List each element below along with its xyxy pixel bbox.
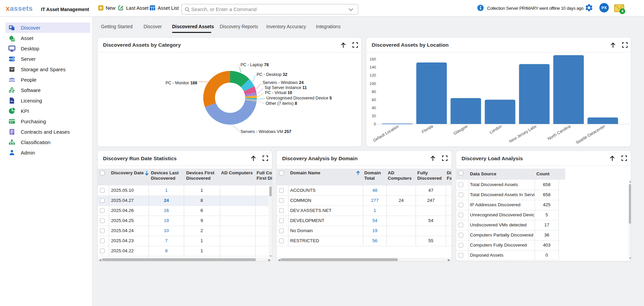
svg-text:60: 60 [372, 98, 376, 102]
svg-text:140: 140 [370, 65, 376, 69]
svg-text:20: 20 [372, 114, 376, 118]
svg-text:Default Location: Default Location [372, 124, 400, 143]
svg-text:PC - Desktop 32: PC - Desktop 32 [257, 72, 287, 77]
svg-text:Servers - Windows 24: Servers - Windows 24 [263, 80, 304, 85]
svg-text:London: London [489, 124, 503, 135]
svg-text:Unrecognised Discovered Device: Unrecognised Discovered Device 5 [266, 96, 332, 100]
svg-text:PC - Virtual 10: PC - Virtual 10 [265, 90, 292, 95]
svg-text:Seattle Datacenter: Seattle Datacenter [575, 124, 606, 145]
svg-text:0: 0 [374, 122, 376, 126]
svg-text:Servers - Windows VM 257: Servers - Windows VM 257 [240, 129, 291, 134]
svg-text:40: 40 [372, 106, 376, 110]
svg-text:100: 100 [370, 82, 376, 86]
svg-text:Glasgow: Glasgow [452, 124, 469, 136]
svg-text:New Jersey Labs: New Jersey Labs [508, 124, 537, 144]
svg-text:North Carolina: North Carolina [547, 124, 572, 141]
svg-text:Sql Server Instance 11: Sql Server Instance 11 [265, 85, 307, 90]
svg-text:PC - Laptop 78: PC - Laptop 78 [240, 62, 269, 67]
svg-text:Other (7 items) 8: Other (7 items) 8 [266, 101, 297, 106]
svg-text:Florida: Florida [421, 124, 434, 134]
svg-text:80: 80 [372, 90, 376, 94]
svg-text:160: 160 [370, 57, 376, 61]
svg-text:PC - Monitor 188: PC - Monitor 188 [166, 81, 198, 85]
svg-text:120: 120 [370, 73, 376, 77]
